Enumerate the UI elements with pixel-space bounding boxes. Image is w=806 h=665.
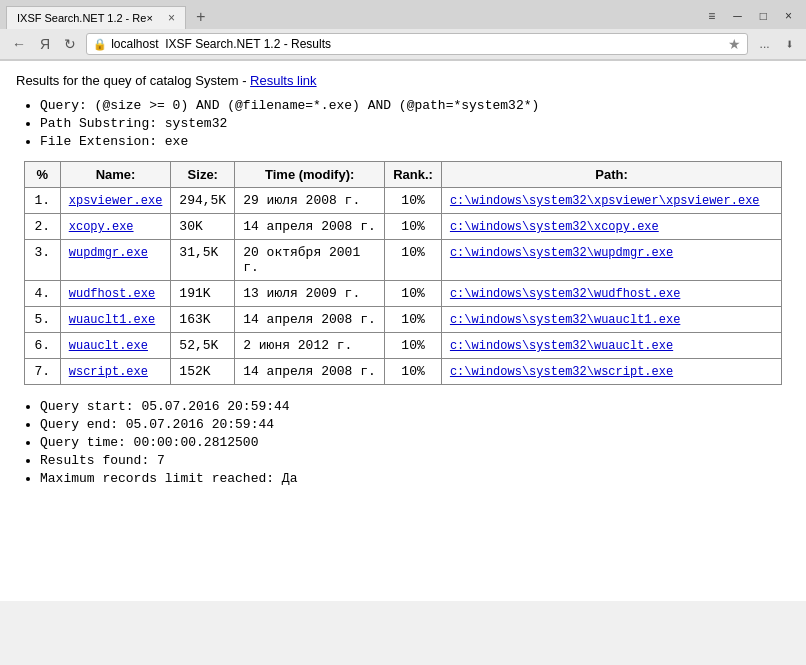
cell-num: 3. (24, 240, 60, 281)
table-row: 3.wupdmgr.exe31,5K20 октября 2001 г.10%c… (24, 240, 782, 281)
tab-close-button[interactable]: × (168, 11, 175, 25)
cell-time: 2 июня 2012 г. (235, 333, 385, 359)
cell-path: c:\windows\system32\wuauclt.exe (441, 333, 781, 359)
minimize-button[interactable]: ─ (725, 7, 750, 25)
active-tab[interactable]: IXSF Search.NET 1.2 - Re× × (6, 6, 186, 29)
cell-num: 1. (24, 188, 60, 214)
file-path-link[interactable]: c:\windows\system32\xpsviewer\xpsviewer.… (450, 194, 760, 208)
file-name-link[interactable]: wuauclt.exe (69, 339, 148, 353)
results-header: Results for the quey of catalog System -… (16, 73, 790, 88)
address-url: localhost IXSF Search.NET 1.2 - Results (111, 37, 723, 51)
menu-button[interactable]: ≡ (700, 7, 723, 25)
bookmark-star-icon[interactable]: ★ (728, 36, 741, 52)
file-name-link[interactable]: wupdmgr.exe (69, 246, 148, 260)
file-path-link[interactable]: c:\windows\system32\wupdmgr.exe (450, 246, 673, 260)
tab-title: IXSF Search.NET 1.2 - Re× (17, 12, 162, 24)
footer-item: Query time: 00:00:00.2812500 (40, 435, 790, 450)
back-button[interactable]: ← (8, 34, 30, 54)
cell-time: 29 июля 2008 г. (235, 188, 385, 214)
browser-chrome: IXSF Search.NET 1.2 - Re× × + ≡ ─ □ × ← … (0, 0, 806, 61)
file-path-link[interactable]: c:\windows\system32\wuauclt1.exe (450, 313, 680, 327)
col-header-path: Path: (441, 162, 781, 188)
cell-num: 5. (24, 307, 60, 333)
forward-button[interactable]: Я (36, 34, 54, 54)
footer-item: Results found: 7 (40, 453, 790, 468)
footer-item: Maximum records limit reached: Да (40, 471, 790, 486)
results-table: % Name: Size: Time (modify): Rank.: Path… (24, 161, 783, 385)
cell-path: c:\windows\system32\wscript.exe (441, 359, 781, 385)
cell-num: 6. (24, 333, 60, 359)
cell-num: 4. (24, 281, 60, 307)
query-info: Query: (@size >= 0) AND (@filename=*.exe… (16, 98, 790, 149)
close-button[interactable]: × (777, 7, 800, 25)
cell-rank: 10% (385, 214, 442, 240)
query-info-item: Path Substring: system32 (40, 116, 790, 131)
table-row: 1.xpsviewer.exe294,5K29 июля 2008 г.10%c… (24, 188, 782, 214)
cell-rank: 10% (385, 333, 442, 359)
refresh-button[interactable]: ↻ (60, 34, 80, 54)
results-link[interactable]: Results link (250, 73, 316, 88)
file-name-link[interactable]: xpsviewer.exe (69, 194, 163, 208)
col-header-name: Name: (60, 162, 171, 188)
col-header-rank: Rank.: (385, 162, 442, 188)
query-info-item: Query: (@size >= 0) AND (@filename=*.exe… (40, 98, 790, 113)
address-bar: ← Я ↻ 🔒 localhost IXSF Search.NET 1.2 - … (0, 29, 806, 60)
table-header-row: % Name: Size: Time (modify): Rank.: Path… (24, 162, 782, 188)
table-row: 2.xcopy.exe30K14 апреля 2008 г.10%c:\win… (24, 214, 782, 240)
cell-time: 13 июля 2009 г. (235, 281, 385, 307)
cell-size: 30K (171, 214, 235, 240)
cell-num: 7. (24, 359, 60, 385)
cell-size: 294,5K (171, 188, 235, 214)
cell-size: 191K (171, 281, 235, 307)
col-header-percent: % (24, 162, 60, 188)
new-tab-button[interactable]: + (190, 7, 212, 29)
cell-time: 20 октября 2001 г. (235, 240, 385, 281)
results-header-text: Results for the quey of catalog System - (16, 73, 250, 88)
cell-path: c:\windows\system32\wudfhost.exe (441, 281, 781, 307)
cell-name: wuauclt1.exe (60, 307, 171, 333)
page-content: Results for the quey of catalog System -… (0, 61, 806, 601)
col-header-time: Time (modify): (235, 162, 385, 188)
cell-name: xcopy.exe (60, 214, 171, 240)
cell-name: wupdmgr.exe (60, 240, 171, 281)
maximize-button[interactable]: □ (752, 7, 775, 25)
more-button[interactable]: ... (754, 35, 776, 53)
window-controls: ≡ ─ □ × (700, 7, 800, 29)
cell-time: 14 апреля 2008 г. (235, 214, 385, 240)
cell-rank: 10% (385, 359, 442, 385)
file-path-link[interactable]: c:\windows\system32\xcopy.exe (450, 220, 659, 234)
download-button[interactable]: ⬇ (782, 34, 798, 55)
table-row: 5.wuauclt1.exe163K14 апреля 2008 г.10%c:… (24, 307, 782, 333)
cell-name: wscript.exe (60, 359, 171, 385)
cell-size: 31,5K (171, 240, 235, 281)
cell-time: 14 апреля 2008 г. (235, 359, 385, 385)
cell-name: wudfhost.exe (60, 281, 171, 307)
cell-size: 152K (171, 359, 235, 385)
table-row: 4.wudfhost.exe191K13 июля 2009 г.10%c:\w… (24, 281, 782, 307)
cell-name: xpsviewer.exe (60, 188, 171, 214)
table-row: 7.wscript.exe152K14 апреля 2008 г.10%c:\… (24, 359, 782, 385)
file-name-link[interactable]: wuauclt1.exe (69, 313, 155, 327)
cell-name: wuauclt.exe (60, 333, 171, 359)
file-name-link[interactable]: wudfhost.exe (69, 287, 155, 301)
address-box[interactable]: 🔒 localhost IXSF Search.NET 1.2 - Result… (86, 33, 747, 55)
cell-path: c:\windows\system32\xpsviewer\xpsviewer.… (441, 188, 781, 214)
file-path-link[interactable]: c:\windows\system32\wuauclt.exe (450, 339, 673, 353)
cell-time: 14 апреля 2008 г. (235, 307, 385, 333)
cell-rank: 10% (385, 240, 442, 281)
query-info-item: File Extension: exe (40, 134, 790, 149)
cell-path: c:\windows\system32\wuauclt1.exe (441, 307, 781, 333)
file-path-link[interactable]: c:\windows\system32\wscript.exe (450, 365, 673, 379)
footer-item: Query start: 05.07.2016 20:59:44 (40, 399, 790, 414)
cell-rank: 10% (385, 307, 442, 333)
file-name-link[interactable]: wscript.exe (69, 365, 148, 379)
col-header-size: Size: (171, 162, 235, 188)
cell-rank: 10% (385, 281, 442, 307)
cell-size: 52,5K (171, 333, 235, 359)
cell-size: 163K (171, 307, 235, 333)
file-path-link[interactable]: c:\windows\system32\wudfhost.exe (450, 287, 680, 301)
cell-rank: 10% (385, 188, 442, 214)
cell-num: 2. (24, 214, 60, 240)
table-row: 6.wuauclt.exe52,5K2 июня 2012 г.10%c:\wi… (24, 333, 782, 359)
file-name-link[interactable]: xcopy.exe (69, 220, 134, 234)
